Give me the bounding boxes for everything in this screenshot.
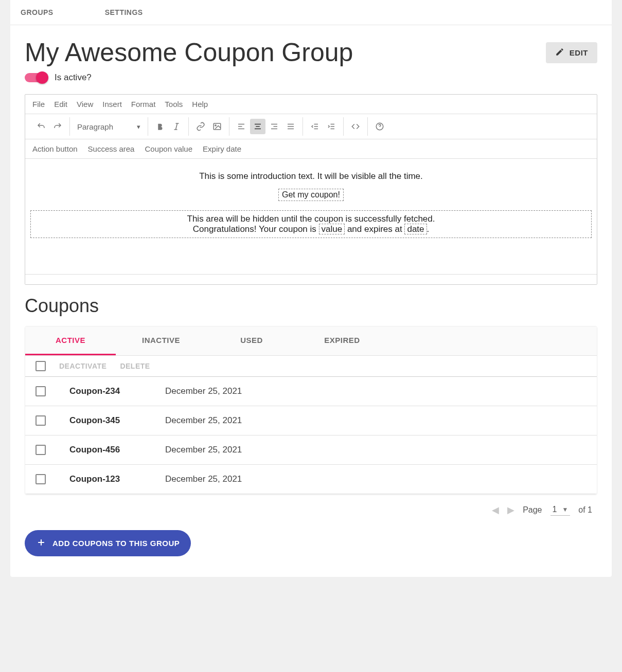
- coupon-name: Coupon-345: [69, 415, 152, 426]
- coupon-tab-expired[interactable]: EXPIRED: [297, 326, 387, 355]
- insert-coupon-value[interactable]: Coupon value: [145, 144, 192, 153]
- coupon-date: December 25, 2021: [165, 386, 242, 396]
- prev-page-icon[interactable]: ◀: [492, 504, 499, 516]
- coupon-name: Coupon-456: [69, 445, 152, 455]
- is-active-label: Is active?: [55, 72, 92, 83]
- insert-success-area[interactable]: Success area: [88, 144, 135, 153]
- paragraph-style-value: Paragraph: [77, 122, 113, 131]
- rich-text-editor: File Edit View Insert Format Tools Help …: [25, 94, 597, 285]
- plus-icon: [36, 537, 46, 549]
- editor-value-token: value: [319, 224, 345, 234]
- coupon-date: December 25, 2021: [165, 474, 242, 484]
- coupons-heading: Coupons: [25, 295, 597, 317]
- page-of: of 1: [578, 505, 592, 515]
- editor-date-token: date: [404, 224, 426, 234]
- insert-action-button[interactable]: Action button: [32, 144, 78, 153]
- align-right-icon[interactable]: [266, 119, 282, 134]
- bold-icon[interactable]: [152, 119, 168, 134]
- image-icon[interactable]: [209, 119, 225, 134]
- row-checkbox[interactable]: [35, 415, 46, 426]
- table-row: Coupon-234 December 25, 2021: [25, 377, 597, 406]
- undo-icon[interactable]: [33, 119, 49, 134]
- row-checkbox[interactable]: [35, 386, 46, 396]
- coupon-tab-active[interactable]: ACTIVE: [25, 326, 116, 355]
- italic-icon[interactable]: [169, 119, 184, 134]
- editor-content[interactable]: This is some introduction text. It will …: [25, 159, 597, 274]
- outdent-icon[interactable]: [307, 119, 323, 134]
- pencil-icon: [555, 47, 564, 58]
- table-row: Coupon-345 December 25, 2021: [25, 406, 597, 435]
- add-coupons-button[interactable]: ADD COUPONS TO THIS GROUP: [25, 530, 191, 556]
- editor-congrats-line: Congratulations! Your coupon is value an…: [34, 224, 588, 234]
- tab-groups[interactable]: GROUPS: [21, 0, 84, 25]
- editor-hidden-msg: This area will be hidden until the coupo…: [34, 214, 588, 224]
- next-page-icon[interactable]: ▶: [507, 504, 514, 516]
- select-all-checkbox[interactable]: [35, 361, 46, 371]
- editor-menu-view[interactable]: View: [77, 100, 93, 108]
- page-title: My Awesome Coupon Group: [25, 38, 353, 67]
- align-left-icon[interactable]: [234, 119, 249, 134]
- coupon-date: December 25, 2021: [165, 445, 242, 455]
- chevron-down-icon: ▾: [137, 123, 140, 131]
- current-page: 1: [553, 505, 557, 514]
- coupon-date: December 25, 2021: [165, 415, 242, 426]
- deactivate-button[interactable]: DEACTIVATE: [59, 362, 106, 370]
- editor-menu-edit[interactable]: Edit: [54, 100, 67, 108]
- coupon-tab-inactive[interactable]: INACTIVE: [116, 326, 206, 355]
- top-tabs: GROUPS SETTINGS: [10, 0, 612, 25]
- editor-intro-text: This is some introduction text. It will …: [30, 171, 592, 181]
- tab-settings[interactable]: SETTINGS: [105, 0, 174, 25]
- editor-statusbar: [25, 274, 597, 284]
- table-row: Coupon-456 December 25, 2021: [25, 435, 597, 465]
- coupon-name: Coupon-234: [69, 386, 152, 396]
- code-icon[interactable]: [348, 119, 363, 134]
- link-icon[interactable]: [193, 119, 208, 134]
- row-checkbox[interactable]: [35, 474, 46, 484]
- edit-button-label: EDIT: [570, 48, 588, 57]
- indent-icon[interactable]: [324, 119, 339, 134]
- is-active-toggle[interactable]: [25, 73, 47, 82]
- chevron-down-icon: ▼: [562, 506, 568, 513]
- svg-line-2: [176, 123, 177, 130]
- coupon-tab-used[interactable]: USED: [206, 326, 297, 355]
- align-justify-icon[interactable]: [283, 119, 298, 134]
- delete-button[interactable]: DELETE: [120, 362, 150, 370]
- svg-point-4: [215, 125, 216, 126]
- page-label: Page: [523, 505, 542, 515]
- page-select[interactable]: 1 ▼: [550, 504, 571, 516]
- editor-success-area: This area will be hidden until the coupo…: [30, 210, 592, 238]
- align-center-icon[interactable]: [250, 119, 265, 134]
- insert-expiry-date[interactable]: Expiry date: [203, 144, 241, 153]
- row-checkbox[interactable]: [35, 445, 46, 455]
- help-icon[interactable]: [372, 119, 387, 134]
- editor-action-chip[interactable]: Get my coupon!: [278, 189, 344, 201]
- editor-menu-file[interactable]: File: [32, 100, 45, 108]
- coupon-name: Coupon-123: [69, 474, 152, 484]
- redo-icon[interactable]: [50, 119, 65, 134]
- editor-menu-tools[interactable]: Tools: [165, 100, 183, 108]
- add-coupons-label: ADD COUPONS TO THIS GROUP: [52, 539, 180, 548]
- editor-menu-format[interactable]: Format: [131, 100, 156, 108]
- paragraph-style-select[interactable]: Paragraph ▾: [74, 122, 144, 131]
- editor-menu-insert[interactable]: Insert: [102, 100, 122, 108]
- editor-menu-help[interactable]: Help: [192, 100, 208, 108]
- edit-button[interactable]: EDIT: [546, 42, 597, 63]
- table-row: Coupon-123 December 25, 2021: [25, 465, 597, 494]
